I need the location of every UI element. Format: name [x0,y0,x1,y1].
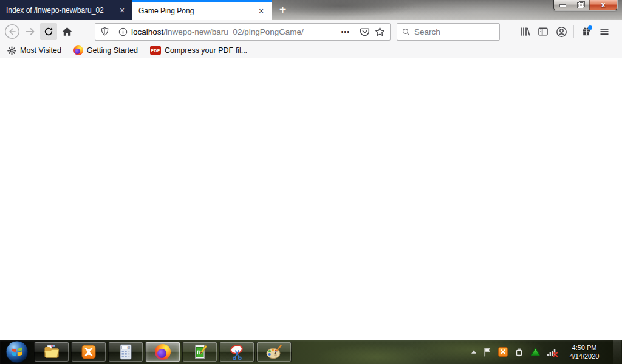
desktop-screen: Index of /inwepo-new/baru_02 × Game Ping… [0,0,622,364]
whats-new-button[interactable] [577,23,595,40]
forward-icon [24,25,37,38]
pocket-button[interactable] [360,27,370,37]
xampp-icon [80,343,97,360]
menu-button[interactable] [595,23,613,40]
paint-icon [265,343,282,360]
new-tab-button[interactable]: + [275,2,291,18]
windows-explorer-icon [43,343,60,360]
sidebar-icon [538,26,549,37]
tracking-protection-shield-icon[interactable] [100,27,109,36]
tab-index-of-inwepo[interactable]: Index of /inwepo-new/baru_02 × [0,0,132,20]
bookmark-label: Most Visited [20,46,61,55]
reload-button[interactable] [40,23,57,40]
firefox-window: Index of /inwepo-new/baru_02 × Game Ping… [0,0,622,340]
hamburger-icon [599,26,610,37]
account-icon [556,26,567,38]
taskbar-firefox-button[interactable] [145,342,180,362]
firefox-icon [73,46,83,55]
notification-dot [588,25,592,30]
library-icon [519,26,530,37]
start-button[interactable] [0,340,34,364]
pocket-icon [360,27,370,37]
close-icon: x [601,1,606,9]
snipping-tool-icon [228,343,245,360]
page-actions-button[interactable]: ••• [341,28,350,35]
forward-button[interactable] [22,23,39,40]
reload-icon [43,26,54,37]
bookmark-label: Compress your PDF fil... [165,46,247,55]
navigation-toolbar: localhost/inwepo-new/baru_02/pingPongGam… [0,20,622,43]
taskbar-windows-explorer-button[interactable] [34,342,69,362]
url-text: localhost/inwepo-new/baru_02/pingPongGam… [128,27,338,36]
green-triangle-icon [530,347,541,357]
clock-time: 4:50 PM [567,343,602,352]
action-center-tray-item[interactable] [483,347,492,357]
gear-icon [7,46,16,55]
star-icon [375,27,385,37]
titlebar-tab-strip: Index of /inwepo-new/baru_02 × Game Ping… [0,0,622,20]
windows-taskbar: 0 [0,340,622,364]
search-input[interactable] [414,27,494,36]
windows-logo-icon [5,340,29,363]
tab-game-ping-pong[interactable]: Game Ping Pong × [132,0,272,20]
show-hidden-icons-button[interactable] [471,349,477,354]
safely-remove-hardware-tray-item[interactable] [514,347,524,357]
bookmark-getting-started[interactable]: Getting Started [73,46,138,55]
toolbar-right-icons [516,23,613,40]
pdf-icon: PDF [150,46,161,55]
taskbar-clock[interactable]: 4:50 PM 4/14/2020 [567,343,602,360]
notepad-plus-plus-icon [191,343,208,360]
url-host: localhost [131,27,163,36]
green-triangle-tray-item[interactable] [530,347,541,357]
minimize-button[interactable] [554,0,572,10]
bookmark-compress-pdf[interactable]: PDF Compress your PDF fil... [150,46,247,55]
minimize-icon [560,5,566,7]
bookmark-label: Getting Started [87,46,138,55]
taskbar-apps: 0 [34,342,292,362]
calculator-icon: 0 [117,343,134,360]
taskbar-paint-button[interactable] [256,342,292,362]
back-icon [4,24,20,39]
firefox-icon [155,344,171,360]
bookmark-star-button[interactable] [375,27,385,37]
site-info-icon[interactable] [118,27,128,36]
tab-title: Index of /inwepo-new/baru_02 [5,6,117,15]
library-button[interactable] [516,23,534,40]
tab-title: Game Ping Pong [137,7,256,15]
taskbar-calculator-button[interactable]: 0 [108,342,143,362]
clock-date: 4/14/2020 [567,352,602,360]
system-tray: 4:50 PM 4/14/2020 [471,340,622,364]
search-icon [402,27,410,36]
home-button[interactable] [58,23,75,40]
close-window-button[interactable]: x [589,0,617,10]
flag-icon [483,347,492,357]
taskbar-xampp-button[interactable] [71,342,106,362]
home-icon [61,26,73,37]
restore-icon [578,2,584,8]
taskbar-snipping-tool-button[interactable] [219,342,255,362]
tab-close-icon[interactable]: × [117,5,128,16]
plug-icon [514,347,524,357]
network-disconnected-icon [547,347,558,357]
url-path: /inwepo-new/baru_02/pingPongGame/ [163,27,303,36]
restore-button[interactable] [572,0,589,10]
xampp-tray-icon[interactable] [498,347,508,357]
urlbar-separator [114,25,114,38]
search-bar[interactable] [397,23,500,41]
show-desktop-button[interactable] [613,340,621,364]
url-bar[interactable]: localhost/inwepo-new/baru_02/pingPongGam… [95,23,391,41]
taskbar-notepad-plus-plus-button[interactable] [182,342,217,362]
back-button[interactable] [4,23,21,40]
window-controls: x [553,0,617,10]
bookmark-most-visited[interactable]: Most Visited [7,46,61,55]
network-status-tray-item[interactable] [547,347,558,357]
page-content-blank [0,58,622,340]
chevron-up-icon [471,349,477,354]
tab-close-icon[interactable]: × [256,5,267,16]
bookmarks-toolbar: Most Visited Getting Started PDF Compres… [0,43,622,58]
account-button[interactable] [552,23,570,40]
sidebar-toggle-button[interactable] [534,23,552,40]
toolbar-separator [573,25,574,38]
